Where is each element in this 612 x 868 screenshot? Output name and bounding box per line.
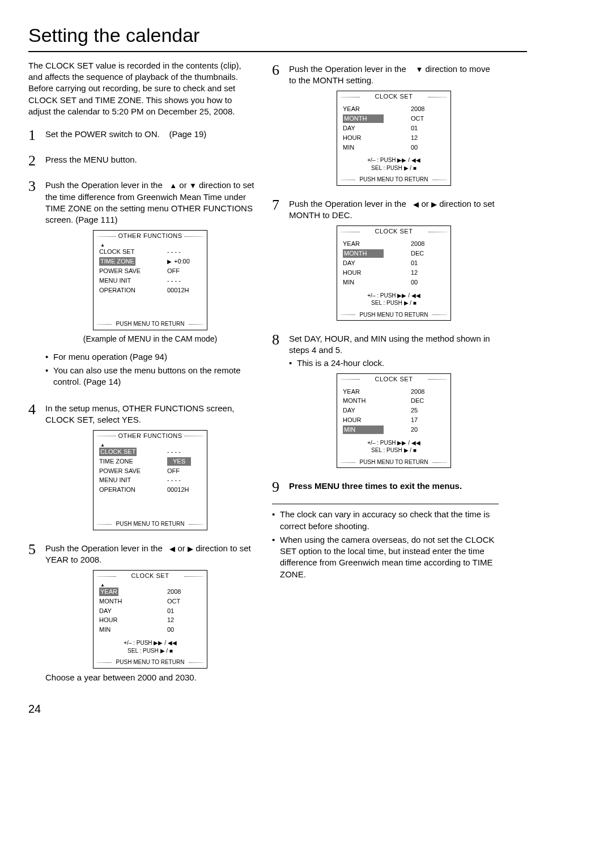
menu-item-value: DEC [411,249,445,258]
menu-item-label: CLOCK SET [99,248,167,256]
step-3-text-b: or [179,180,186,190]
left-triangle-icon: ◀ [169,544,175,553]
menu-box-other-functions-1: OTHER FUNCTIONS ▲ CLOCK SET- - - - TIME … [93,230,207,330]
page-number: 24 [28,701,527,717]
step-3-text-a: Push the Operation lever in the [45,180,163,190]
step-num-3: 3 [28,176,45,393]
left-triangle-icon: ◀ [413,200,419,209]
menu-title: OTHER FUNCTIONS [94,231,207,241]
menu-hint-a: +/– : PUSH ▶▶ / ◀◀ [337,292,450,300]
right-triangle-icon: ▶ [431,200,437,209]
menu-item-label: DAY [343,259,411,267]
menu-footer: PUSH MENU TO RETURN [94,518,207,530]
menu-hint-a: +/– : PUSH ▶▶ / ◀◀ [337,156,450,164]
menu-item-label: HOUR [343,134,411,142]
menu-item-label: MONTH [343,397,411,405]
step-1-text-b: (Page 19) [169,129,206,139]
step-7-text-b: or [421,199,428,209]
step-8-sub: This is a 24-hour clock. [289,358,499,369]
intro-text: The CLOCK SET value is recorded in the c… [28,60,255,117]
down-triangle-icon: ▼ [189,181,197,190]
menu-item-value: 12 [411,134,445,142]
menu-item-label: MONTH [343,249,384,258]
menu-item-value: 2008 [411,388,445,396]
menu-item-label: MIN [343,143,411,152]
menu-item-value: OCT [167,597,201,606]
menu-item-label: OPERATION [99,486,167,494]
cursor-icon: ▶ [167,258,172,265]
menu-item-label: MONTH [99,597,167,606]
menu-item-value: 00012H [167,286,201,295]
page-title: Setting the calendar [28,23,527,52]
menu-item-label: MONTH [343,114,384,123]
menu-item-value: +0:00 [174,258,190,265]
menu-item-value: 01 [411,124,445,133]
menu-item-label: TIME ZONE [99,457,167,466]
up-triangle-icon: ▲ [169,181,177,190]
step-num-5: 5 [28,539,45,683]
menu-item-value: 00 [411,143,445,152]
menu-item-value: 00 [411,278,445,287]
menu-item-label: MIN [343,278,411,287]
menu-title: CLOCK SET [337,374,450,385]
menu-item-label: CLOCK SET [99,448,137,456]
step-num-8: 8 [272,330,289,471]
menu-hint-a: +/– : PUSH ▶▶ / ◀◀ [94,639,207,647]
menu-item-value: 2008 [411,105,445,113]
menu-item-label: DAY [343,406,411,415]
menu-box-clock-set-1: CLOCK SET ▲ YEAR2008 MONTHOCT DAY01 HOUR… [93,570,207,669]
menu-item-label: YEAR [343,105,411,113]
menu-box-clock-set-2: CLOCK SET YEAR2008 MONTHOCT DAY01 HOUR12… [337,91,451,186]
menu-item-value: OFF [167,467,201,475]
step-4-text: In the setup menus, OTHER FUNCTIONS scre… [45,403,234,424]
menu-item-label: MENU INIT [99,276,167,285]
step-9-text: Press MENU three times to exit the menus… [289,477,499,497]
menu-title: CLOCK SET [337,226,450,237]
step-6-text-a: Push the Operation lever in the [289,64,406,74]
menu-item-label: POWER SAVE [99,467,167,475]
menu-item-label: YEAR [343,388,411,396]
menu-item-label: YEAR [99,588,118,596]
bullet: For menu operation (Page 94) [45,351,255,363]
menu-hint-a: +/– : PUSH ▶▶ / ◀◀ [337,439,450,447]
menu-footer: PUSH MENU TO RETURN [94,657,207,668]
step-num-2: 2 [28,151,45,171]
step-2-text: Press the MENU button. [45,151,255,171]
menu-item-value: 2008 [167,588,201,596]
menu-item-label: MENU INIT [99,476,167,484]
step-5-text-a: Push the Operation lever in the [45,543,163,553]
menu-box-clock-set-3: CLOCK SET YEAR2008 MONTHDEC DAY01 HOUR12… [337,225,451,321]
step-num-4: 4 [28,399,45,534]
step-8-text: Set DAY, HOUR, and MIN using the method … [289,334,490,355]
menu-item-label: TIME ZONE [99,257,135,266]
menu-item-value: 25 [411,406,445,415]
divider [272,504,499,504]
menu-item-value: 00 [167,626,201,634]
menu-footer: PUSH MENU TO RETURN [337,174,450,185]
menu-item-label: HOUR [99,616,167,624]
right-triangle-icon: ▶ [188,544,193,553]
step-5-text-b: or [177,543,185,553]
down-triangle-icon: ▼ [415,65,423,74]
end-bullet: When using the camera overseas, do not s… [272,534,499,580]
menu-item-value: 01 [411,259,445,267]
menu-item-label: YEAR [343,240,411,248]
step-num-9: 9 [272,477,289,497]
menu-item-value: YES [167,457,191,466]
menu-item-value: - - - - [167,476,201,484]
menu-hint-b: SEL : PUSH ▶ / ■ [337,299,450,307]
bullet: You can also use the menu buttons on the… [45,365,255,388]
step-num-1: 1 [28,125,45,145]
end-bullet: The clock can vary in accuracy so check … [272,509,499,532]
menu-item-label: POWER SAVE [99,267,167,275]
step-1-text-a: Set the POWER switch to ON. [45,129,160,139]
menu-footer: PUSH MENU TO RETURN [337,457,450,468]
menu-item-value: 12 [167,616,201,624]
menu-item-value: OFF [167,267,201,275]
menu-footer: PUSH MENU TO RETURN [337,309,450,321]
menu-box-clock-set-4: CLOCK SET YEAR2008 MONTHDEC DAY25 HOUR17… [337,373,451,469]
menu-item-label: DAY [99,607,167,615]
step-num-6: 6 [272,60,289,189]
menu-hint-b: SEL : PUSH ▶ / ■ [337,164,450,172]
menu-footer: PUSH MENU TO RETURN [94,318,207,330]
